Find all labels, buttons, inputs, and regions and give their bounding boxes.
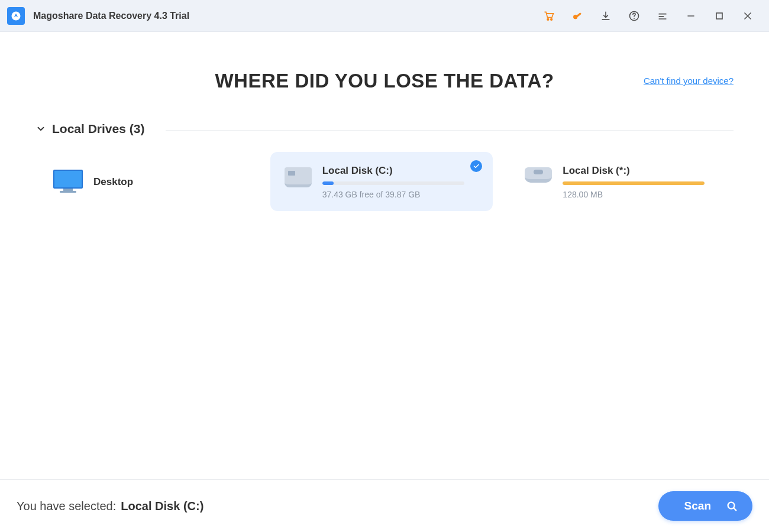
download-icon[interactable] xyxy=(592,0,620,32)
selected-check-icon xyxy=(470,160,482,172)
scan-button[interactable]: Scan xyxy=(658,491,752,521)
svg-point-1 xyxy=(547,18,549,20)
drive-subtext: 128.00 MB xyxy=(563,190,719,199)
drive-name: Local Disk (*:) xyxy=(563,165,719,177)
footer: You have selected: Local Disk (C:) Scan xyxy=(0,479,769,532)
section-title: Local Drives (3) xyxy=(52,122,144,136)
cant-find-device-link[interactable]: Can't find your device? xyxy=(644,76,734,86)
app-title: Magoshare Data Recovery 4.3 Trial xyxy=(33,11,189,21)
selection-value: Local Disk (C:) xyxy=(121,499,203,513)
titlebar: Magoshare Data Recovery 4.3 Trial xyxy=(0,0,769,32)
drive-name: Desktop xyxy=(93,176,248,188)
close-icon[interactable] xyxy=(734,0,762,32)
disk-usage-bar xyxy=(322,181,464,185)
scan-button-label: Scan xyxy=(684,499,711,512)
disk-usage-bar xyxy=(563,181,705,185)
drive-card-local-disk-star[interactable]: Local Disk (*:) 128.00 MB xyxy=(510,152,734,211)
page-heading: WHERE DID YOU LOSE THE DATA? xyxy=(215,70,554,92)
drive-card-local-disk-c[interactable]: Local Disk (C:) 37.43 GB free of 39.87 G… xyxy=(270,152,493,211)
help-icon[interactable] xyxy=(620,0,648,32)
minimize-icon[interactable] xyxy=(677,0,705,32)
drive-card-desktop[interactable]: Desktop xyxy=(39,152,262,211)
desktop-icon xyxy=(53,170,83,193)
app-logo-icon xyxy=(7,7,25,25)
key-icon[interactable] xyxy=(563,0,592,32)
selection-label: You have selected: xyxy=(17,499,116,513)
svg-point-2 xyxy=(551,18,552,20)
main-content: WHERE DID YOU LOSE THE DATA? Can't find … xyxy=(0,32,769,479)
maximize-icon[interactable] xyxy=(705,0,734,32)
section-divider xyxy=(166,130,734,131)
svg-rect-4 xyxy=(576,12,581,17)
cart-icon[interactable] xyxy=(535,0,563,32)
svg-point-6 xyxy=(634,18,635,19)
search-icon xyxy=(725,499,738,512)
chevron-down-icon xyxy=(35,124,46,134)
drive-name: Local Disk (C:) xyxy=(322,165,479,177)
drives-row: Desktop Local Disk (C:) 37.43 GB free of… xyxy=(35,152,734,211)
svg-rect-7 xyxy=(716,13,722,19)
external-drive-icon xyxy=(525,167,552,183)
local-drives-section-header[interactable]: Local Drives (3) xyxy=(35,122,734,136)
menu-icon[interactable] xyxy=(648,0,677,32)
drive-subtext: 37.43 GB free of 39.87 GB xyxy=(322,190,479,199)
hdd-icon xyxy=(285,167,312,187)
